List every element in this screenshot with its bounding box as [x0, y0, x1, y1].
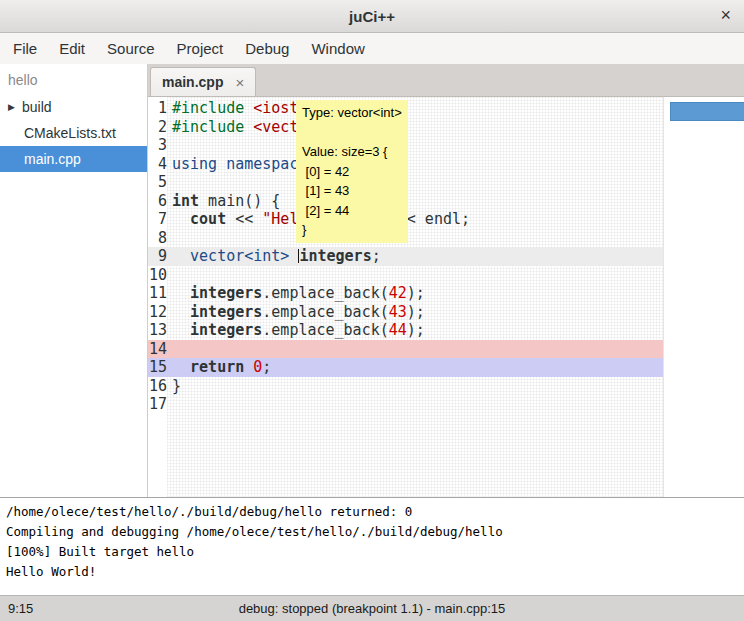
menu-debug[interactable]: Debug	[234, 33, 300, 64]
line-number: 8	[148, 229, 167, 248]
terminal-output[interactable]: /home/olece/test/hello/./build/debug/hel…	[0, 497, 744, 595]
code-text	[167, 173, 172, 192]
tree-item-build[interactable]: ▶ build	[0, 94, 147, 120]
code-text	[167, 340, 172, 359]
line-number: 3	[148, 136, 167, 155]
tabbar: main.cpp ×	[148, 64, 744, 97]
code-line[interactable]: 15 return 0;	[148, 358, 663, 377]
code-text: integers.emplace_back(42);	[167, 284, 425, 303]
line-number: 9	[148, 247, 167, 266]
menu-project[interactable]: Project	[166, 33, 235, 64]
line-number: 16	[148, 377, 167, 396]
window-close-button[interactable]: ×	[720, 6, 731, 24]
tooltip-line	[302, 123, 402, 143]
line-number: 17	[148, 395, 167, 414]
code-line[interactable]: 9 vector<int> integers;	[148, 247, 663, 266]
project-folder-label: hello	[0, 64, 147, 94]
terminal-line: [100%] Built target hello	[6, 542, 738, 562]
menu-edit[interactable]: Edit	[48, 33, 96, 64]
line-number: 1	[148, 99, 167, 118]
line-number: 6	[148, 192, 167, 211]
code-line[interactable]: 17	[148, 395, 663, 414]
tooltip-line: Value: size=3 {	[302, 142, 402, 162]
code-line[interactable]: 14	[148, 340, 663, 359]
code-text: integers.emplace_back(43);	[167, 303, 425, 322]
tree-item-label: build	[22, 99, 52, 115]
tree-item-cmakelists[interactable]: CMakeLists.txt	[0, 120, 147, 146]
code-lines: 1#include <iostream>2#include <vector>34…	[148, 97, 744, 414]
scrollbar-thumb[interactable]	[670, 102, 744, 121]
code-text: integers.emplace_back(44);	[167, 321, 425, 340]
tree-item-maincpp[interactable]: main.cpp	[0, 146, 147, 172]
tab-maincpp[interactable]: main.cpp ×	[150, 67, 256, 96]
editor-column: main.cpp × 1#include <iostream>2#include…	[148, 64, 744, 497]
code-line[interactable]: 16}	[148, 377, 663, 396]
code-editor[interactable]: 1#include <iostream>2#include <vector>34…	[148, 97, 744, 497]
tree-item-label: CMakeLists.txt	[24, 125, 116, 141]
code-line[interactable]: 13 integers.emplace_back(44);	[148, 321, 663, 340]
window-title: juCi++	[349, 8, 395, 25]
tooltip-line: }	[302, 220, 402, 240]
line-number: 11	[148, 284, 167, 303]
code-line[interactable]: 12 integers.emplace_back(43);	[148, 303, 663, 322]
code-text: vector<int> integers;	[167, 247, 381, 266]
code-text	[167, 266, 172, 285]
code-line[interactable]: 11 integers.emplace_back(42);	[148, 284, 663, 303]
tree-item-label: main.cpp	[24, 151, 81, 167]
tab-close-icon[interactable]: ×	[235, 74, 244, 91]
menubar: File Edit Source Project Debug Window	[0, 33, 744, 64]
menu-file[interactable]: File	[2, 33, 48, 64]
code-text	[167, 229, 172, 248]
terminal-line: Compiling and debugging /home/olece/test…	[6, 522, 738, 542]
line-number: 7	[148, 210, 167, 229]
tooltip-line: Type: vector<int>	[302, 103, 402, 123]
terminal-line: Hello World!	[6, 562, 738, 582]
line-number: 5	[148, 173, 167, 192]
menu-window[interactable]: Window	[300, 33, 375, 64]
expander-icon[interactable]: ▶	[8, 102, 22, 112]
code-text	[167, 395, 172, 414]
statusbar: 9:15 debug: stopped (breakpoint 1.1) - m…	[0, 595, 744, 621]
tooltip-line: [0] = 42	[302, 162, 402, 182]
tooltip-line: [1] = 43	[302, 181, 402, 201]
code-text: }	[167, 377, 181, 396]
code-text: return 0;	[167, 358, 271, 377]
debug-status: debug: stopped (breakpoint 1.1) - main.c…	[0, 601, 744, 616]
code-text	[167, 136, 172, 155]
file-sidebar: hello ▶ build CMakeLists.txt main.cpp	[0, 64, 148, 497]
line-number: 12	[148, 303, 167, 322]
line-number: 15	[148, 358, 167, 377]
app-window: juCi++ × File Edit Source Project Debug …	[0, 0, 744, 621]
main-area: hello ▶ build CMakeLists.txt main.cpp ma…	[0, 64, 744, 497]
debug-value-tooltip: Type: vector<int> Value: size=3 { [0] = …	[296, 100, 408, 243]
code-line[interactable]: 10	[148, 266, 663, 285]
line-number: 2	[148, 118, 167, 137]
line-number: 4	[148, 155, 167, 174]
terminal-line: /home/olece/test/hello/./build/debug/hel…	[6, 502, 738, 522]
menu-source[interactable]: Source	[96, 33, 166, 64]
editor-right-pane	[663, 97, 744, 497]
titlebar[interactable]: juCi++ ×	[0, 0, 744, 33]
code-text: int main() {	[167, 192, 280, 211]
line-number: 14	[148, 340, 167, 359]
tooltip-line: [2] = 44	[302, 201, 402, 221]
line-number: 10	[148, 266, 167, 285]
line-number: 13	[148, 321, 167, 340]
tab-label: main.cpp	[162, 74, 223, 90]
